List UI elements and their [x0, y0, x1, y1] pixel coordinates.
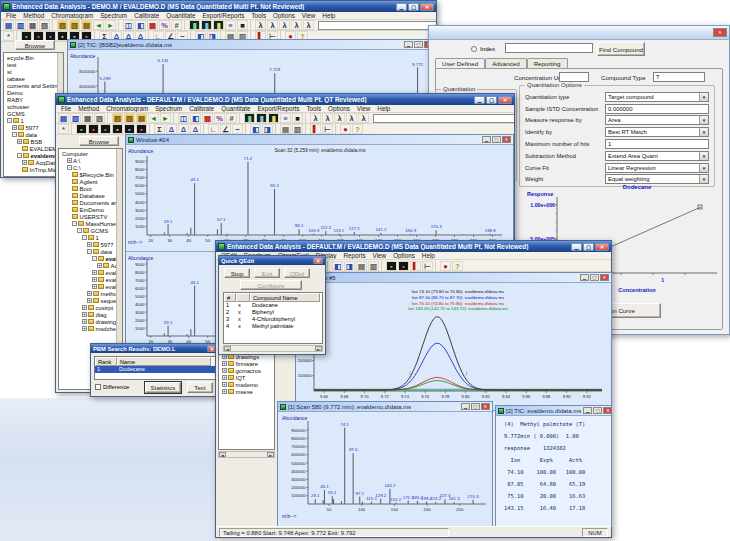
menu-item-reports[interactable]: Reports	[344, 252, 366, 259]
combo-measure-response-by[interactable]: Area▼	[605, 115, 709, 125]
minimize-button[interactable]: ▁	[571, 243, 582, 251]
help-icon[interactable]: ?	[452, 261, 463, 271]
menu-item-tools[interactable]: Tools	[306, 105, 321, 112]
menu-item-help[interactable]: Help	[422, 252, 435, 259]
report-doc2-icon[interactable]: ▥	[292, 124, 303, 134]
column-header[interactable]: Name	[117, 357, 211, 366]
title-bar[interactable]: PBM Search Results: DEMO.L ✕	[91, 344, 219, 353]
tree-item-acqdata[interactable]: +AcqData	[60, 262, 121, 269]
expand-icon[interactable]: +	[17, 139, 22, 144]
statistics-button[interactable]: Statistics	[145, 382, 181, 393]
run-report-icon[interactable]: λ	[346, 113, 357, 123]
tree-item-evaldemo3-d[interactable]: +evaldemo3.d	[60, 283, 121, 290]
menu-item-method[interactable]: Method	[78, 105, 99, 112]
tree-item--recycle-bin[interactable]: $Recycle.Bin	[60, 171, 121, 178]
collapse-icon[interactable]: -	[87, 249, 92, 254]
qedit-hscrollbar[interactable]: ◄►	[223, 345, 323, 352]
tree-item-c-[interactable]: -C:\	[60, 164, 121, 171]
expand-icon[interactable]: +	[222, 375, 227, 380]
command-combo[interactable]: ▼	[373, 114, 514, 123]
tree-item-sequence[interactable]: +sequence	[60, 297, 121, 304]
axes-icon[interactable]: ∟	[208, 124, 219, 134]
chart-lines-icon[interactable]: ≡	[225, 20, 236, 30]
save-method-folder-icon[interactable]: ▧	[124, 113, 135, 123]
close-button[interactable]: ✕	[313, 257, 323, 264]
open-file-icon[interactable]: ▥	[15, 20, 26, 30]
tree-item-gcmacros[interactable]: +gcmacros	[220, 367, 273, 374]
menu-item-tools[interactable]: Tools	[251, 12, 266, 19]
child-title-bar[interactable]: [2] TIC: [BSB2]evaldemo.d\data.ms ▁▢✕	[68, 40, 435, 50]
angle-fit-icon[interactable]: ∠	[220, 124, 231, 134]
copy-left-icon[interactable]: ◧	[332, 261, 343, 271]
child-close-button[interactable]: ✕	[502, 136, 511, 143]
minimize-button[interactable]: ▁	[396, 3, 407, 11]
close-button[interactable]: ✕	[595, 243, 609, 251]
expand-icon[interactable]: +	[22, 160, 27, 165]
grid-icon[interactable]: #	[226, 113, 237, 123]
print-preview-icon[interactable]: ▧	[94, 113, 105, 123]
combo-dropdown-icon[interactable]: ▼	[699, 164, 708, 172]
input-maximum-number-of-hits[interactable]: 1	[605, 139, 709, 149]
compound-row[interactable]: 4xMethyl palmitate	[224, 323, 322, 330]
expand-icon[interactable]: +	[82, 312, 87, 317]
autoquant-run-icon[interactable]: λ	[310, 113, 321, 123]
menu-item-view[interactable]: View	[302, 12, 316, 19]
integrator-icon[interactable]: *	[3, 31, 14, 41]
color-map-icon[interactable]: ▩	[147, 20, 158, 30]
edit-method-folder-icon[interactable]: ▤	[136, 113, 147, 123]
menu-item-view[interactable]: View	[373, 252, 387, 259]
help-icon[interactable]: ?	[352, 124, 363, 134]
probe-icon[interactable]: ⊢	[322, 124, 333, 134]
menu-item-options[interactable]: Options	[393, 252, 415, 259]
tree-item-evaldemo-d[interactable]: -evaldemo.d	[60, 255, 121, 262]
copy-window-icon[interactable]: ◫	[178, 113, 189, 123]
collapse-icon[interactable]: -	[72, 221, 77, 226]
exit-button[interactable]: Exit	[254, 268, 280, 278]
dual-display-icon[interactable]: ▮	[213, 20, 224, 30]
tree-item-bsb[interactable]: +BSB	[5, 138, 62, 145]
tic-display-icon[interactable]: ▮	[244, 113, 255, 123]
child-minimize-button[interactable]: ▁	[583, 407, 592, 414]
menu-item-chromatogram[interactable]: Chromatogram	[106, 105, 148, 112]
tree-item-test[interactable]: test	[5, 61, 62, 68]
prev-file-arrow-icon[interactable]: ◄	[93, 20, 104, 30]
display6-icon[interactable]: ▪	[136, 124, 147, 134]
child-title-bar[interactable]: [2] TIC: evaldemo.d\data.ms ▁▢✕	[496, 406, 611, 416]
autoscale-icon[interactable]: Δ	[190, 124, 201, 134]
combo-subtraction-method[interactable]: Extend Area Quant▼	[605, 151, 709, 161]
load-method-folder-icon[interactable]: ▨	[112, 113, 123, 123]
open-file-icon[interactable]: ▥	[70, 113, 81, 123]
compound-row[interactable]: 1xDodecane	[224, 302, 322, 309]
new-file-icon[interactable]: ▤	[3, 20, 14, 30]
menu-item-spectrum[interactable]: Spectrum	[155, 105, 182, 112]
qdel-button[interactable]: QDel	[284, 268, 310, 278]
tree-item-evaldemo1-d[interactable]: +evaldemo1.d	[60, 269, 121, 276]
tree-item-evaldemo-d[interactable]: -evaldemo.d	[5, 152, 62, 159]
tree-item-cuments-and-settings[interactable]: cuments and Settings	[5, 82, 62, 89]
tree-item-msexe[interactable]: +msexe	[220, 388, 273, 395]
title-bar[interactable]: Enhanced Data Analysis - DEMO.M / EVALDE…	[1, 1, 436, 12]
ion-chromatogram-plot[interactable]: Ion 74.10 (73.80 to 74.80): evaldemo.d\d…	[296, 283, 611, 410]
sum-spectra-icon[interactable]: Σ	[154, 124, 165, 134]
pbm-result-row[interactable]: 1Dodecane	[95, 366, 216, 373]
minimize-button[interactable]: ▁	[474, 96, 485, 104]
collapse-icon[interactable]: -	[92, 256, 97, 261]
display3-icon[interactable]: ▪	[100, 124, 111, 134]
collapse-icon[interactable]: -	[12, 132, 17, 137]
tic-display-icon[interactable]: ▮	[189, 20, 200, 30]
stop-button[interactable]: Stop	[224, 268, 250, 278]
tree-item-boot[interactable]: Boot	[60, 185, 121, 192]
maximize-button[interactable]: ▢	[408, 3, 419, 11]
spectrum-display-icon[interactable]: ▮	[201, 20, 212, 30]
collapse-icon[interactable]: -	[67, 165, 72, 170]
tree-item-ecycle-bin[interactable]: ecycle.Bin	[5, 54, 62, 61]
difference-checkbox[interactable]	[95, 384, 101, 390]
tree-item-masshunter[interactable]: -MassHunter	[60, 220, 121, 227]
integrator-icon[interactable]: *	[58, 124, 69, 134]
browse-button[interactable]: Browse	[15, 40, 55, 50]
scan-spectrum-plot[interactable]: Abundancem/z-->1000002000003000004000005…	[278, 412, 492, 527]
run-macro-icon[interactable]: λ	[279, 20, 290, 30]
tree-item-gcms[interactable]: GCMS	[5, 110, 62, 117]
copy-right-icon[interactable]: ◨	[262, 124, 273, 134]
tree-item-iqt[interactable]: +IQT	[220, 374, 273, 381]
